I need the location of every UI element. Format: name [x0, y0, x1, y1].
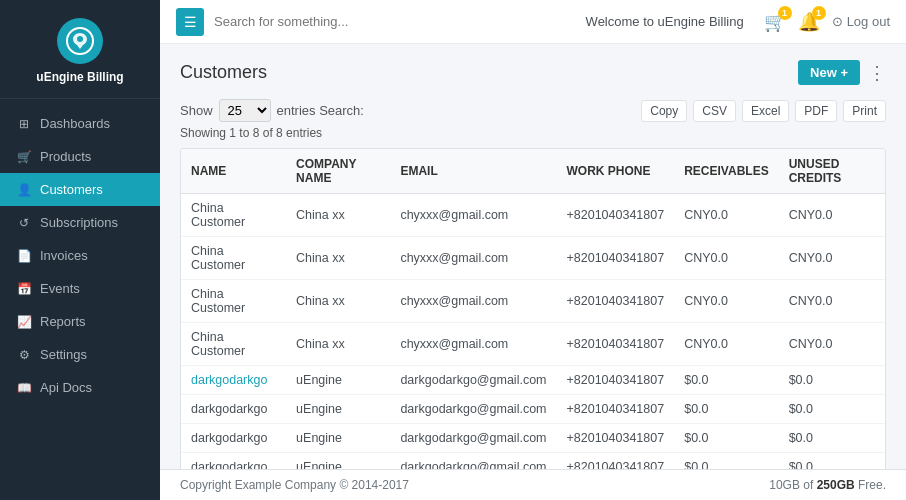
cell-email: darkgodarkgo@gmail.com [390, 424, 556, 453]
cell-receivables: $0.0 [674, 395, 778, 424]
cell-phone: +8201040341807 [557, 280, 675, 323]
calendar-icon: 📅 [16, 282, 32, 296]
cell-company: China xx [286, 237, 390, 280]
sidebar-item-label: Customers [40, 182, 103, 197]
refresh-icon: ↺ [16, 216, 32, 230]
header-actions: New + ⋮ [798, 60, 886, 85]
cell-company: uEngine [286, 366, 390, 395]
more-options-button[interactable]: ⋮ [868, 64, 886, 82]
sidebar-nav: ⊞ Dashboards 🛒 Products 👤 Customers ↺ Su… [0, 99, 160, 500]
cell-email: darkgodarkgo@gmail.com [390, 366, 556, 395]
cell-credits: CNY0.0 [779, 280, 885, 323]
new-customer-button[interactable]: New + [798, 60, 860, 85]
storage-info: 10GB of 250GB Free. [769, 478, 886, 492]
cell-email: chyxxx@gmail.com [390, 323, 556, 366]
cell-credits: $0.0 [779, 366, 885, 395]
sidebar-item-label: Subscriptions [40, 215, 118, 230]
page-header: Customers New + ⋮ [180, 60, 886, 85]
cell-email: chyxxx@gmail.com [390, 237, 556, 280]
print-button[interactable]: Print [843, 100, 886, 122]
invoice-icon: 📄 [16, 249, 32, 263]
page-title: Customers [180, 62, 267, 83]
sidebar-item-events[interactable]: 📅 Events [0, 272, 160, 305]
cart-badge: 1 [778, 6, 792, 20]
cell-name: China Customer [181, 323, 286, 366]
col-header-phone: WORK PHONE [557, 149, 675, 194]
cell-receivables: CNY0.0 [674, 194, 778, 237]
shopping-cart-icon[interactable]: 🛒 1 [764, 11, 786, 33]
storage-used: 10GB of [769, 478, 816, 492]
sidebar-item-subscriptions[interactable]: ↺ Subscriptions [0, 206, 160, 239]
customers-table-wrapper: NAME COMPANY NAME EMAIL WORK PHONE RECEI… [180, 148, 886, 469]
cell-name: China Customer [181, 280, 286, 323]
sidebar-item-label: Reports [40, 314, 86, 329]
menu-toggle-button[interactable]: ☰ [176, 8, 204, 36]
excel-button[interactable]: Excel [742, 100, 789, 122]
cell-receivables: $0.0 [674, 424, 778, 453]
content-area: Customers New + ⋮ Show 25 50 100 entries… [160, 44, 906, 469]
storage-suffix: Free. [855, 478, 886, 492]
copyright-text: Copyright Example Company © 2014-2017 [180, 478, 409, 492]
col-header-name: NAME [181, 149, 286, 194]
main-area: ☰ Welcome to uEngine Billing 🛒 1 🔔 1 ⊙ L… [160, 0, 906, 500]
sidebar-item-dashboards[interactable]: ⊞ Dashboards [0, 107, 160, 140]
cell-name: darkgodarkgo [181, 395, 286, 424]
sidebar-item-customers[interactable]: 👤 Customers [0, 173, 160, 206]
chart-icon: 📈 [16, 315, 32, 329]
table-row: China Customer China xx chyxxx@gmail.com… [181, 194, 885, 237]
svg-point-1 [77, 36, 83, 42]
entries-per-page-select[interactable]: 25 50 100 [219, 99, 271, 122]
topbar-icons: 🛒 1 🔔 1 ⊙ Log out [764, 11, 890, 33]
pdf-button[interactable]: PDF [795, 100, 837, 122]
cell-receivables: $0.0 [674, 366, 778, 395]
cell-name: darkgodarkgo [181, 453, 286, 470]
search-input[interactable] [214, 14, 576, 29]
cell-phone: +8201040341807 [557, 453, 675, 470]
gear-icon: ⚙ [16, 348, 32, 362]
show-entries: Show 25 50 100 entries Search: [180, 99, 364, 122]
cell-credits: $0.0 [779, 424, 885, 453]
csv-button[interactable]: CSV [693, 100, 736, 122]
sidebar-item-reports[interactable]: 📈 Reports [0, 305, 160, 338]
cell-company: China xx [286, 194, 390, 237]
cell-phone: +8201040341807 [557, 323, 675, 366]
col-header-credits: UNUSED CREDITS [779, 149, 885, 194]
sidebar-item-label: Events [40, 281, 80, 296]
logout-button[interactable]: ⊙ Log out [832, 14, 890, 29]
copy-button[interactable]: Copy [641, 100, 687, 122]
export-buttons: Copy CSV Excel PDF Print [641, 100, 886, 122]
sidebar-item-invoices[interactable]: 📄 Invoices [0, 239, 160, 272]
cell-name[interactable]: darkgodarkgo [181, 366, 286, 395]
sidebar-item-products[interactable]: 🛒 Products [0, 140, 160, 173]
logout-icon: ⊙ [832, 14, 843, 29]
topbar: ☰ Welcome to uEngine Billing 🛒 1 🔔 1 ⊙ L… [160, 0, 906, 44]
cell-receivables: $0.0 [674, 453, 778, 470]
col-header-receivables: RECEIVABLES [674, 149, 778, 194]
logout-label: Log out [847, 14, 890, 29]
table-row: darkgodarkgo uEngine darkgodarkgo@gmail.… [181, 395, 885, 424]
show-label: Show [180, 103, 213, 118]
cell-company: uEngine [286, 424, 390, 453]
sidebar-item-label: Invoices [40, 248, 88, 263]
cell-receivables: CNY0.0 [674, 237, 778, 280]
cell-email: darkgodarkgo@gmail.com [390, 453, 556, 470]
sidebar-item-label: Settings [40, 347, 87, 362]
col-header-company: COMPANY NAME [286, 149, 390, 194]
table-row: China Customer China xx chyxxx@gmail.com… [181, 280, 885, 323]
logo-icon [57, 18, 103, 64]
entries-search-label: entries Search: [277, 103, 364, 118]
cell-name: darkgodarkgo [181, 424, 286, 453]
table-row: China Customer China xx chyxxx@gmail.com… [181, 323, 885, 366]
cell-name: China Customer [181, 237, 286, 280]
table-row: darkgodarkgo uEngine darkgodarkgo@gmail.… [181, 453, 885, 470]
cell-phone: +8201040341807 [557, 424, 675, 453]
sidebar-item-api-docs[interactable]: 📖 Api Docs [0, 371, 160, 404]
brand-name: uEngine Billing [36, 70, 123, 84]
sidebar-item-settings[interactable]: ⚙ Settings [0, 338, 160, 371]
notification-icon[interactable]: 🔔 1 [798, 11, 820, 33]
cell-company: uEngine [286, 453, 390, 470]
sidebar-item-label: Dashboards [40, 116, 110, 131]
cell-phone: +8201040341807 [557, 366, 675, 395]
sidebar-item-label: Api Docs [40, 380, 92, 395]
cell-credits: $0.0 [779, 395, 885, 424]
